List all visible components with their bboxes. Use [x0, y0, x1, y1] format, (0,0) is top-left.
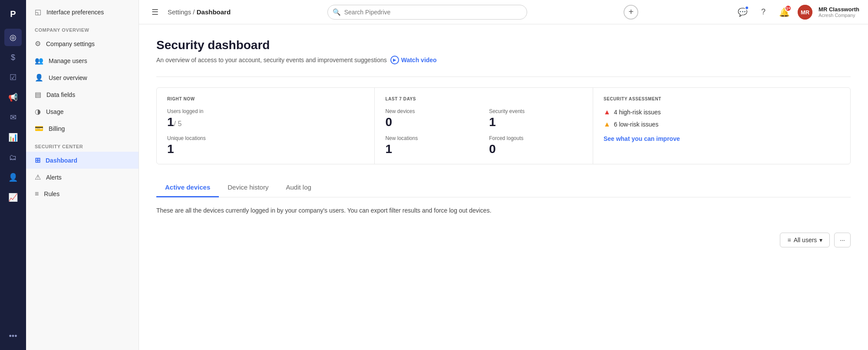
- new-devices-value: 0: [385, 116, 479, 128]
- main-area: ☰ Settings / Dashboard 🔍 + 💬 ? 🔔 1+: [139, 0, 868, 350]
- company-settings-label: Company settings: [46, 40, 95, 47]
- page-title: Security dashboard: [156, 38, 851, 52]
- low-risk-issue: ▲ 6 low-risk issues: [604, 120, 840, 128]
- tab-active-devices[interactable]: Active devices: [156, 178, 219, 197]
- more-icon: ···: [840, 237, 845, 243]
- unique-locations-stat: Unique locations 1: [167, 135, 261, 155]
- nav-inbox-icon[interactable]: ✉: [4, 109, 22, 126]
- low-risk-label: 6 low-risk issues: [614, 121, 659, 128]
- see-improve-link[interactable]: See what you can improve: [604, 135, 840, 142]
- plus-icon: +: [629, 7, 634, 17]
- low-risk-icon: ▲: [604, 120, 611, 128]
- sidebar-item-data-fields[interactable]: ▤ Data fields: [26, 86, 139, 103]
- watch-video-link[interactable]: ▶ Watch video: [390, 56, 437, 64]
- nav-more-icon[interactable]: •••: [4, 327, 22, 345]
- data-fields-label: Data fields: [46, 91, 75, 98]
- new-locations-label: New locations: [385, 135, 479, 141]
- search-icon: 🔍: [333, 8, 341, 16]
- rules-label: Rules: [44, 190, 59, 197]
- sidebar-item-interface-preferences[interactable]: ◱ Interface preferences: [26, 3, 139, 20]
- data-fields-icon: ▤: [35, 90, 41, 99]
- more-options-button[interactable]: ···: [834, 233, 851, 247]
- dashboard-label: Dashboard: [46, 157, 77, 164]
- notifications-button[interactable]: 🔔 1+: [777, 5, 792, 20]
- high-risk-label: 4 high-risk issues: [614, 109, 661, 116]
- tab-device-history[interactable]: Device history: [219, 178, 277, 197]
- chat-button[interactable]: 💬: [735, 5, 750, 20]
- watch-video-label: Watch video: [401, 57, 437, 63]
- svg-text:MR: MR: [801, 9, 810, 16]
- interface-preferences-label: Interface preferences: [46, 9, 104, 16]
- user-info[interactable]: MR Classworth Acresh Company: [818, 6, 859, 18]
- alerts-icon: ⚠: [35, 173, 41, 181]
- manage-users-icon: 👥: [35, 57, 43, 65]
- unique-locations-label: Unique locations: [167, 135, 261, 141]
- forced-logouts-value: 0: [489, 143, 582, 155]
- security-assessment-title: SECURITY ASSESSMENT: [604, 97, 840, 101]
- breadcrumb-prefix: Settings /: [168, 8, 195, 16]
- bottom-bar: ≡ All users ▾ ···: [156, 226, 851, 247]
- nav-deals-icon[interactable]: $: [4, 49, 22, 66]
- header-divider: [156, 77, 851, 77]
- filter-icon: ≡: [787, 237, 791, 243]
- nav-activities-icon[interactable]: ☑: [4, 69, 22, 86]
- sidebar-item-company-settings[interactable]: ⚙ Company settings: [26, 35, 139, 52]
- tab-description: These are all the devices currently logg…: [156, 206, 851, 215]
- high-risk-issue: ▲ 4 high-risk issues: [604, 108, 840, 116]
- last-7-days-grid: New devices 0 Security events 1 New loca…: [385, 108, 582, 155]
- security-events-label: Security events: [489, 108, 582, 114]
- help-icon: ?: [761, 7, 766, 17]
- security-events-value: 1: [489, 116, 582, 128]
- nav-campaigns-icon[interactable]: 📢: [4, 89, 22, 106]
- icon-nav: P ◎ $ ☑ 📢 ✉ 📊 🗂 👤 📈 •••: [0, 0, 26, 350]
- right-now-grid: Users logged in 1/ 5 Unique locations 1: [167, 108, 364, 155]
- alerts-label: Alerts: [46, 174, 62, 181]
- stat-spacer: [271, 108, 271, 128]
- nav-analytics-icon[interactable]: 📈: [4, 189, 22, 206]
- nav-projects-icon[interactable]: 🗂: [4, 149, 22, 166]
- forced-logouts-label: Forced logouts: [489, 135, 582, 141]
- billing-icon: 💳: [35, 124, 43, 133]
- manage-users-label: Manage users: [49, 57, 87, 64]
- page-subtitle: An overview of access to your account, s…: [156, 56, 851, 64]
- new-devices-stat: New devices 0: [385, 108, 479, 128]
- user-avatar[interactable]: MR: [798, 5, 812, 20]
- stats-right-now: RIGHT NOW Users logged in 1/ 5 Unique lo…: [157, 88, 375, 164]
- menu-toggle-button[interactable]: ☰: [148, 5, 162, 20]
- breadcrumb: Settings / Dashboard: [168, 8, 231, 16]
- usage-label: Usage: [46, 108, 63, 115]
- main-content: Security dashboard An overview of access…: [139, 24, 868, 350]
- company-name: Acresh Company: [818, 13, 859, 18]
- new-locations-stat: New locations 1: [385, 135, 479, 155]
- logo-icon[interactable]: P: [4, 5, 22, 23]
- play-icon: ▶: [390, 56, 399, 64]
- users-logged-in-label: Users logged in: [167, 108, 261, 114]
- all-users-button[interactable]: ≡ All users ▾: [780, 233, 830, 247]
- sidebar-item-rules[interactable]: ≡ Rules: [26, 186, 139, 202]
- nav-contacts-icon[interactable]: 👤: [4, 169, 22, 186]
- sidebar-item-dashboard[interactable]: ⊞ Dashboard: [26, 152, 139, 169]
- add-button[interactable]: +: [624, 5, 638, 20]
- sidebar-item-user-overview[interactable]: 👤 User overview: [26, 69, 139, 86]
- topbar-actions: 💬 ? 🔔 1+ MR MR Classworth Acresh Company: [735, 5, 859, 20]
- high-risk-icon: ▲: [604, 108, 611, 116]
- security-issues-list: ▲ 4 high-risk issues ▲ 6 low-risk issues: [604, 108, 840, 128]
- chat-badge: [745, 6, 749, 10]
- sidebar-item-manage-users[interactable]: 👥 Manage users: [26, 52, 139, 69]
- users-logged-in-stat: Users logged in 1/ 5: [167, 108, 261, 128]
- security-center-section: SECURITY CENTER: [26, 137, 139, 152]
- company-settings-icon: ⚙: [35, 40, 41, 48]
- sidebar-item-usage[interactable]: ◑ Usage: [26, 103, 139, 120]
- nav-location-icon[interactable]: ◎: [4, 29, 22, 46]
- sidebar-item-alerts[interactable]: ⚠ Alerts: [26, 169, 139, 186]
- tabs: Active devices Device history Audit log: [156, 178, 851, 197]
- stats-row: RIGHT NOW Users logged in 1/ 5 Unique lo…: [156, 87, 851, 164]
- subtitle-text: An overview of access to your account, s…: [156, 57, 387, 63]
- tab-audit-log[interactable]: Audit log: [277, 178, 320, 197]
- notification-badge: 1+: [785, 5, 792, 12]
- nav-insights-icon[interactable]: 📊: [4, 129, 22, 146]
- help-button[interactable]: ?: [756, 5, 771, 20]
- stats-last-7-days: LAST 7 DAYS New devices 0 Security event…: [375, 88, 593, 164]
- sidebar-item-billing[interactable]: 💳 Billing: [26, 120, 139, 137]
- search-input[interactable]: [327, 5, 527, 20]
